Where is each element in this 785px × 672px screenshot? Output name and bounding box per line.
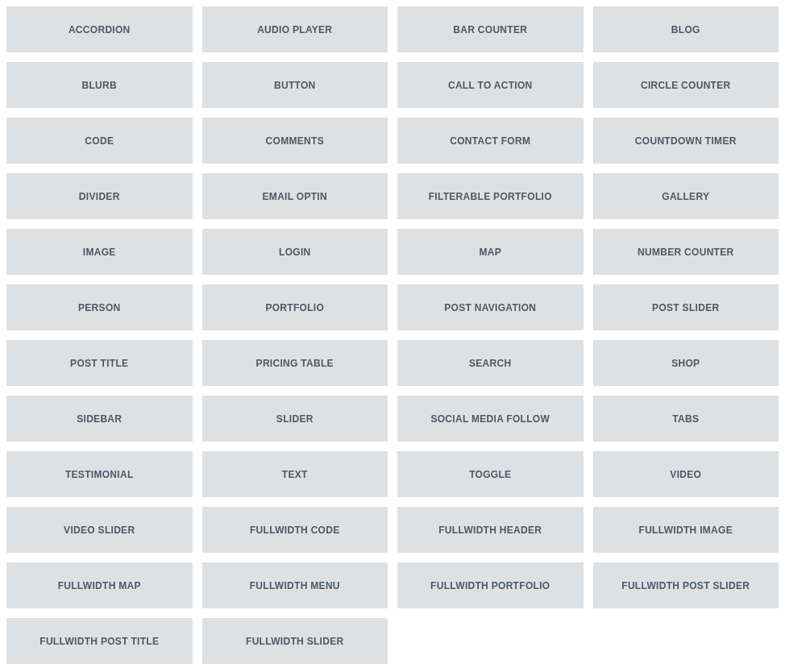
module-item-fullwidth-slider[interactable]: FULLWIDTH SLIDER [202, 618, 388, 664]
module-item-label: BUTTON [274, 80, 316, 91]
module-item-label: NUMBER COUNTER [638, 247, 734, 258]
module-item-label: VIDEO [670, 469, 701, 480]
module-item-label: IMAGE [83, 247, 116, 258]
module-item-label: FULLWIDTH CODE [250, 525, 340, 536]
module-item-label: BAR COUNTER [453, 24, 527, 35]
module-item-number-counter[interactable]: NUMBER COUNTER [593, 229, 779, 275]
module-item-label: FULLWIDTH SLIDER [246, 636, 343, 647]
module-item-label: SEARCH [469, 358, 511, 369]
module-item-audio-player[interactable]: AUDIO PLAYER [202, 6, 388, 52]
module-item-label: PORTFOLIO [265, 302, 324, 313]
module-item-testimonial[interactable]: TESTIMONIAL [6, 451, 193, 497]
module-grid: ACCORDIONAUDIO PLAYERBAR COUNTERBLOGBLUR… [6, 6, 779, 664]
module-item-shop[interactable]: SHOP [593, 340, 779, 386]
module-item-label: CONTACT FORM [450, 135, 530, 147]
module-item-label: FULLWIDTH MENU [250, 580, 340, 591]
module-item-social-media-follow[interactable]: SOCIAL MEDIA FOLLOW [397, 396, 584, 442]
module-item-label: FILTERABLE PORTFOLIO [429, 191, 552, 202]
module-item-fullwidth-menu[interactable]: FULLWIDTH MENU [202, 562, 388, 608]
module-item-label: COMMENTS [266, 135, 324, 147]
module-item-gallery[interactable]: GALLERY [593, 173, 779, 219]
module-item-label: SOCIAL MEDIA FOLLOW [430, 413, 550, 425]
module-item-comments[interactable]: COMMENTS [202, 118, 388, 164]
module-item-tabs[interactable]: TABS [593, 396, 779, 442]
module-item-search[interactable]: SEARCH [397, 340, 584, 386]
module-item-fullwidth-header[interactable]: FULLWIDTH HEADER [397, 507, 584, 553]
module-item-label: FULLWIDTH POST TITLE [39, 636, 159, 647]
module-item-call-to-action[interactable]: CALL TO ACTION [397, 62, 584, 108]
module-item-pricing-table[interactable]: PRICING TABLE [202, 340, 388, 386]
module-item-fullwidth-map[interactable]: FULLWIDTH MAP [6, 562, 193, 608]
module-item-label: FULLWIDTH HEADER [438, 525, 542, 536]
module-item-label: BLURB [82, 80, 118, 91]
module-item-code[interactable]: CODE [6, 118, 193, 164]
module-item-blurb[interactable]: BLURB [6, 62, 193, 108]
module-item-label: TABS [672, 413, 699, 425]
module-item-fullwidth-image[interactable]: FULLWIDTH IMAGE [593, 507, 779, 553]
module-item-label: SIDEBAR [77, 413, 122, 425]
module-item-accordion[interactable]: ACCORDION [6, 6, 193, 52]
module-item-label: PRICING TABLE [256, 358, 334, 369]
module-item-blog[interactable]: BLOG [593, 6, 779, 52]
module-item-label: CALL TO ACTION [448, 80, 533, 91]
module-item-label: CIRCLE COUNTER [641, 80, 731, 91]
module-item-contact-form[interactable]: CONTACT FORM [397, 118, 584, 164]
module-item-email-optin[interactable]: EMAIL OPTIN [202, 173, 388, 219]
module-item-map[interactable]: MAP [397, 229, 584, 275]
module-item-fullwidth-post-slider[interactable]: FULLWIDTH POST SLIDER [593, 562, 779, 608]
module-item-post-navigation[interactable]: POST NAVIGATION [397, 284, 584, 330]
module-item-post-title[interactable]: POST TITLE [6, 340, 193, 386]
module-item-image[interactable]: IMAGE [6, 229, 193, 275]
module-item-label: TEXT [282, 469, 308, 480]
module-item-video[interactable]: VIDEO [593, 451, 779, 497]
module-item-label: FULLWIDTH PORTFOLIO [430, 580, 550, 591]
module-item-button[interactable]: BUTTON [202, 62, 388, 108]
module-item-login[interactable]: LOGIN [202, 229, 388, 275]
module-item-circle-counter[interactable]: CIRCLE COUNTER [593, 62, 779, 108]
module-item-divider[interactable]: DIVIDER [6, 173, 193, 219]
module-item-sidebar[interactable]: SIDEBAR [6, 396, 193, 442]
module-item-label: LOGIN [279, 247, 311, 258]
module-item-label: GALLERY [662, 191, 709, 202]
module-item-label: BLOG [671, 24, 700, 35]
module-item-fullwidth-code[interactable]: FULLWIDTH CODE [202, 507, 388, 553]
module-item-video-slider[interactable]: VIDEO SLIDER [6, 507, 193, 553]
module-item-toggle[interactable]: TOGGLE [397, 451, 584, 497]
module-item-label: FULLWIDTH POST SLIDER [621, 580, 750, 591]
module-item-label: SHOP [671, 358, 700, 369]
module-item-bar-counter[interactable]: BAR COUNTER [397, 6, 584, 52]
module-item-label: FULLWIDTH IMAGE [639, 525, 733, 536]
module-item-post-slider[interactable]: POST SLIDER [593, 284, 779, 330]
module-item-label: COUNTDOWN TIMER [635, 135, 737, 147]
module-item-label: VIDEO SLIDER [64, 525, 135, 536]
module-item-label: MAP [479, 247, 501, 258]
module-item-label: POST TITLE [70, 358, 128, 369]
module-item-portfolio[interactable]: PORTFOLIO [202, 284, 388, 330]
module-item-label: POST SLIDER [652, 302, 719, 313]
module-item-filterable-portfolio[interactable]: FILTERABLE PORTFOLIO [397, 173, 584, 219]
module-item-label: CODE [85, 135, 114, 147]
module-item-label: SLIDER [276, 413, 314, 425]
module-item-fullwidth-portfolio[interactable]: FULLWIDTH PORTFOLIO [397, 562, 584, 608]
module-item-person[interactable]: PERSON [6, 284, 193, 330]
module-item-label: ACCORDION [69, 24, 131, 35]
module-item-countdown-timer[interactable]: COUNTDOWN TIMER [593, 118, 779, 164]
module-item-text[interactable]: TEXT [202, 451, 388, 497]
module-item-label: AUDIO PLAYER [257, 24, 332, 35]
module-item-slider[interactable]: SLIDER [202, 396, 388, 442]
module-item-label: PERSON [78, 302, 120, 313]
module-item-fullwidth-post-title[interactable]: FULLWIDTH POST TITLE [6, 618, 193, 664]
module-item-label: FULLWIDTH MAP [58, 580, 141, 591]
module-item-label: TOGGLE [469, 469, 511, 480]
module-item-label: TESTIMONIAL [65, 469, 134, 480]
module-item-label: EMAIL OPTIN [263, 191, 327, 202]
module-item-label: DIVIDER [79, 191, 120, 202]
module-item-label: POST NAVIGATION [444, 302, 536, 313]
